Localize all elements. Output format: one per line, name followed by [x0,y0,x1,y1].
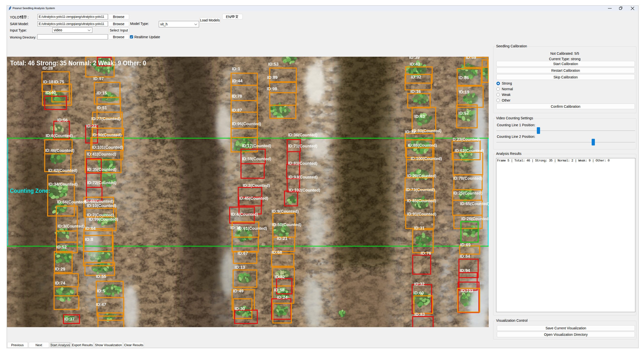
svg-text:ID:58: ID:58 [274,288,284,292]
svg-text:ID:30: ID:30 [234,307,245,311]
svg-text:ID:42(Counted): ID:42(Counted) [48,168,77,173]
svg-text:ID:12: ID:12 [405,130,416,134]
svg-text:ID:39: ID:39 [409,57,420,60]
svg-text:ID:68: ID:68 [272,250,282,255]
svg-text:ID:61(Counted): ID:61(Counted) [238,226,267,231]
svg-text:ID:64: ID:64 [85,226,96,231]
svg-text:ID:74: ID:74 [55,281,66,286]
svg-text:ID:50(Counted): ID:50(Counted) [272,222,301,227]
svg-text:ID:60: ID:60 [413,291,424,295]
svg-text:ID:69: ID:69 [460,243,471,247]
svg-text:ID:32: ID:32 [414,282,424,287]
svg-text:ID:51: ID:51 [96,106,107,110]
svg-text:ID:41(Counted): ID:41(Counted) [87,152,116,157]
svg-text:ID:16: ID:16 [410,89,421,94]
svg-text:ID:67: ID:67 [238,251,248,256]
svg-text:ID:13: ID:13 [234,265,245,270]
svg-text:ID:89: ID:89 [267,75,278,80]
svg-text:ID:80(Counted): ID:80(Counted) [412,129,441,133]
svg-text:ID:88(Counted): ID:88(Counted) [408,143,437,148]
svg-text:ID:86: ID:86 [458,75,469,80]
svg-text:ID:36(Counted): ID:36(Counted) [288,133,317,137]
svg-text:ID:81(Counted): ID:81(Counted) [288,161,317,166]
svg-text:ID:8: ID:8 [85,237,93,242]
svg-text:ID:34(Counted): ID:34(Counted) [48,182,78,187]
svg-text:ID:71(Counted): ID:71(Counted) [288,144,317,148]
svg-text:ID:70(Counted): ID:70(Counted) [453,176,482,181]
svg-text:ID:45(Counted): ID:45(Counted) [239,196,268,201]
svg-text:D:23(Counted): D:23(Counted) [453,137,480,142]
svg-text:ID:2(Counted): ID:2(Counted) [243,183,270,188]
svg-text:ID:94: ID:94 [460,268,470,273]
svg-text:ID:77(Counted): ID:77(Counted) [91,116,120,121]
svg-text:ID:19: ID:19 [459,90,470,94]
svg-text:ID:10(Counted): ID:10(Counted) [87,203,116,208]
svg-text:ID:87: ID:87 [232,108,242,113]
svg-text:ID:53: ID:53 [268,62,278,67]
svg-text:Counting Zone:: Counting Zone: [10,188,50,194]
svg-text:ID:62(Counted): ID:62(Counted) [454,148,484,153]
svg-text:ID:96(Counted): ID:96(Counted) [232,122,261,126]
svg-text:ID:65(Counted): ID:65(Counted) [460,201,489,206]
svg-text:ID:91(Counted): ID:91(Counted) [407,212,436,216]
svg-text:ID:37: ID:37 [64,317,74,322]
svg-text:ID:48(Counted): ID:48(Counted) [84,199,114,204]
svg-text:ID:3(Counted): ID:3(Counted) [58,224,85,228]
svg-text:ID:20(Counted): ID:20(Counted) [407,174,436,178]
svg-text:ID:75: ID:75 [54,80,64,84]
svg-text:ID:22: ID:22 [86,124,96,129]
svg-text:ID:78: ID:78 [232,94,242,99]
svg-text:ID:9(Counted): ID:9(Counted) [272,209,299,214]
svg-text:ID:72(Counted): ID:72(Counted) [87,180,116,185]
svg-text:ID:84: ID:84 [460,254,470,259]
svg-text:ID:59(Counted): ID:59(Counted) [242,157,271,161]
svg-text:ID:43: ID:43 [410,62,420,67]
svg-text:ID:85(Counted): ID:85(Counted) [407,198,436,203]
svg-text:ID:24: ID:24 [277,295,288,300]
svg-text:ID:93(Counted): ID:93(Counted) [288,175,318,179]
svg-text:ID:25(Counted): ID:25(Counted) [453,191,482,195]
svg-text:ID:63: ID:63 [414,114,425,119]
svg-text:ID:97: ID:97 [93,76,104,81]
svg-text:ID:55: ID:55 [96,274,106,279]
svg-text:ID:82: ID:82 [274,275,285,279]
svg-text:Total: 46 Strong: 35 Normal: 2: Total: 46 Strong: 35 Normal: 2 Weak: 9 O… [10,59,146,67]
svg-text:ID:98: ID:98 [267,87,277,91]
svg-text:ID:31: ID:31 [414,226,424,230]
svg-text:ID:57: ID:57 [458,111,469,116]
svg-text:ID:59: ID:59 [466,57,476,60]
svg-text:ID:90(Counted): ID:90(Counted) [92,133,122,137]
svg-text:ID:1: ID:1 [232,67,240,71]
svg-text:ID:52: ID:52 [56,245,67,249]
svg-text:ID:4(Counted): ID:4(Counted) [231,212,258,217]
svg-text:ID:83: ID:83 [414,312,425,317]
svg-text:ID:5: ID:5 [97,289,105,293]
svg-text:ID:49: ID:49 [233,289,244,293]
svg-text:ID:17(Counted): ID:17(Counted) [242,144,271,148]
svg-text:ID:44: ID:44 [232,79,243,83]
svg-text:ID:99(Counted): ID:99(Counted) [89,217,118,222]
svg-text:ID:15: ID:15 [96,91,107,95]
svg-text:ID:26(Counted: ID:26(Counted [462,216,489,221]
svg-text:ID:102(Counted): ID:102(Counted) [289,188,320,192]
svg-text:ID:103: ID:103 [461,288,473,293]
svg-text:ID:35(Counted): ID:35(Counted) [87,167,116,172]
svg-text:ID:66(Counted): ID:66(Counted) [57,200,86,204]
svg-text:ID:56: ID:56 [57,118,68,123]
svg-text:ID:21: ID:21 [277,236,288,241]
svg-text:ID:76: ID:76 [421,251,431,256]
svg-text:ID:100(Counted): ID:100(Counted) [411,156,442,161]
svg-text:ID:47: ID:47 [96,302,106,307]
svg-text:ID:101(Counted): ID:101(Counted) [92,145,123,150]
svg-text:ID:73(Counted): ID:73(Counted) [406,187,435,192]
svg-text:ID:46(Counted): ID:46(Counted) [45,148,74,153]
svg-text:ID:18: ID:18 [43,80,53,84]
svg-text:ID:92: ID:92 [411,75,421,79]
svg-text:ID:40: ID:40 [46,90,56,95]
svg-text:ID:6(Counted): ID:6(Counted) [46,133,73,138]
svg-text:ID:29: ID:29 [55,267,65,271]
